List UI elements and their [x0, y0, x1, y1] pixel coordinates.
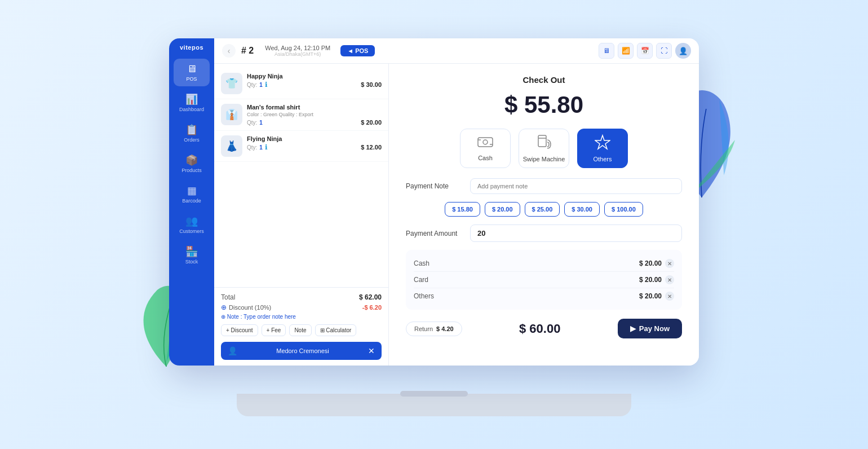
sidebar-item-label: Products — [181, 168, 202, 173]
app-logo: vitepos — [180, 44, 203, 51]
sidebar-item-products[interactable]: 📦 Products — [174, 149, 210, 178]
checkout-bottom: Return $ 4.20 $ 60.00 ▶ Pay Now — [406, 319, 682, 338]
cash-label: Cash — [478, 155, 493, 161]
return-amount: $ 4.20 — [436, 325, 454, 332]
body-split: 👕 Happy Ninja Qty: 1 ℹ $ 30.00 — [214, 64, 699, 366]
info-icon-0[interactable]: ℹ — [265, 81, 268, 89]
remove-card-button[interactable]: ✕ — [665, 275, 674, 284]
total-label: Total — [221, 293, 235, 301]
sidebar-item-orders[interactable]: 📋 Orders — [174, 119, 210, 147]
item-image-1: 👔 — [221, 104, 242, 125]
fee-btn-label: + Fee — [267, 327, 281, 333]
item-name-1: Man's formal shirt — [247, 104, 382, 111]
item-meta-1: Color : Green Quality : Export — [247, 112, 382, 117]
item-image-2: 👗 — [221, 135, 242, 157]
payment-methods: Cash Swipe Machine — [406, 129, 682, 168]
svg-rect-4 — [538, 135, 546, 147]
table-row: 👕 Happy Ninja Qty: 1 ℹ $ 30.00 — [214, 68, 388, 99]
payment-note-input[interactable] — [470, 178, 682, 194]
checkout-panel: Check Out $ 55.80 — [389, 64, 699, 366]
pay-now-button[interactable]: ▶ Pay Now — [618, 319, 682, 338]
customer-row[interactable]: 👤 Medoro Cremonesi ✕ — [221, 342, 382, 360]
pos-badge[interactable]: ◄ POS — [340, 45, 375, 56]
total-value: $ 62.00 — [359, 293, 382, 301]
note-text[interactable]: Note : Type order note here — [227, 314, 296, 320]
calculator-button[interactable]: ⊞ Calculator — [315, 324, 357, 336]
calendar-icon: 📅 — [641, 47, 649, 55]
quick-amount-1580[interactable]: $ 15.80 — [445, 202, 480, 217]
fee-button[interactable]: + Fee — [262, 324, 286, 336]
quick-amount-3000[interactable]: $ 30.00 — [564, 202, 600, 217]
payment-amount-row: Payment Amount — [406, 224, 682, 242]
sidebar-item-label: Customers — [179, 228, 204, 234]
item-qty-row-1: Qty: 1 $ 20.00 — [247, 119, 382, 126]
item-price-0: $ 30.00 — [361, 81, 382, 88]
item-qty-row-0: Qty: 1 ℹ $ 30.00 — [247, 81, 382, 89]
others-icon — [595, 134, 610, 153]
expand-icon-btn[interactable]: ⛶ — [656, 43, 672, 59]
customer-name: Medoro Cremonesi — [276, 347, 329, 354]
payment-amount-input[interactable] — [470, 224, 682, 242]
pos-icon: 🖥 — [187, 63, 197, 75]
sidebar-item-customers[interactable]: 👥 Customers — [174, 210, 210, 239]
header-icons: 🖥 📶 📅 ⛶ 👤 — [599, 43, 691, 59]
order-items-list: 👕 Happy Ninja Qty: 1 ℹ $ 30.00 — [214, 64, 388, 287]
avatar-icon: 👤 — [679, 47, 688, 55]
note-row: ⊕ Note : Type order note here — [221, 314, 382, 320]
item-name-2: Flying Ninja — [247, 135, 382, 142]
expand-icon: ⛶ — [661, 47, 667, 55]
datetime-info: Wed, Aug 24, 12:10 PM Asia/Dhaka(GMT+6) — [265, 45, 330, 57]
remove-others-button[interactable]: ✕ — [665, 292, 674, 301]
payment-note-row: Payment Note — [406, 178, 682, 194]
pay-method-cash[interactable]: Cash — [460, 129, 511, 168]
item-details-2: Flying Ninja Qty: 1 ℹ $ 12.00 — [247, 135, 382, 151]
svg-marker-6 — [595, 135, 610, 149]
customers-icon: 👥 — [185, 215, 198, 227]
svg-rect-0 — [478, 138, 493, 147]
cash-icon — [477, 135, 494, 152]
info-icon-2[interactable]: ℹ — [265, 143, 268, 151]
payment-note-label: Payment Note — [406, 182, 462, 190]
sidebar-item-dashboard[interactable]: 📊 Dashboard — [174, 89, 210, 117]
sidebar-item-stock[interactable]: 🏪 Stock — [174, 241, 210, 269]
sidebar-item-label: Orders — [184, 137, 200, 143]
pay-method-others[interactable]: Others — [577, 129, 628, 168]
item-details-1: Man's formal shirt Color : Green Quality… — [247, 104, 382, 126]
stock-icon: 🏪 — [185, 245, 198, 258]
wifi-icon-btn[interactable]: 📶 — [618, 43, 634, 59]
swipe-label: Swipe Machine — [523, 156, 565, 162]
calendar-icon-btn[interactable]: 📅 — [637, 43, 653, 59]
others-label: Others — [593, 156, 612, 162]
note-button[interactable]: Note — [289, 324, 311, 336]
item-name-0: Happy Ninja — [247, 73, 382, 80]
svg-point-1 — [483, 140, 488, 144]
pay-method-swipe[interactable]: Swipe Machine — [519, 129, 569, 168]
discount-button[interactable]: + Discount — [221, 324, 258, 336]
swipe-icon — [536, 134, 552, 153]
item-price-2: $ 12.00 — [361, 144, 382, 151]
sidebar-item-pos[interactable]: 🖥 POS — [174, 59, 210, 86]
pay-now-icon: ▶ — [630, 324, 636, 333]
sidebar-item-label: Stock — [185, 259, 198, 265]
table-row: 👔 Man's formal shirt Color : Green Quali… — [214, 99, 388, 131]
calculator-btn-label: ⊞ Calculator — [320, 327, 352, 333]
customer-close-button[interactable]: ✕ — [368, 346, 375, 355]
quick-amount-2500[interactable]: $ 25.00 — [525, 202, 560, 217]
note-icon: ⊕ — [221, 314, 225, 320]
sidebar-item-label: Barcode — [182, 198, 201, 204]
remove-cash-button[interactable]: ✕ — [665, 259, 674, 268]
avatar[interactable]: 👤 — [675, 43, 691, 59]
quick-amount-2000[interactable]: $ 20.00 — [485, 202, 520, 217]
wifi-icon: 📶 — [622, 47, 630, 55]
checkout-amount: $ 55.80 — [406, 91, 682, 118]
nav-back-button[interactable]: ‹ — [222, 44, 236, 58]
products-icon: 📦 — [185, 154, 198, 166]
note-btn-label: Note — [294, 327, 306, 333]
item-image-0: 👕 — [221, 73, 242, 94]
total-due: $ 60.00 — [468, 322, 612, 336]
sidebar-item-barcode[interactable]: ▦ Barcode — [174, 180, 210, 208]
quick-amounts: $ 15.80 $ 20.00 $ 25.00 $ 30.00 $ 100.00 — [406, 202, 682, 217]
monitor-icon-btn[interactable]: 🖥 — [599, 43, 614, 59]
quick-amount-10000[interactable]: $ 100.00 — [604, 202, 643, 217]
action-buttons: + Discount + Fee Note ⊞ Calculator — [221, 324, 382, 336]
